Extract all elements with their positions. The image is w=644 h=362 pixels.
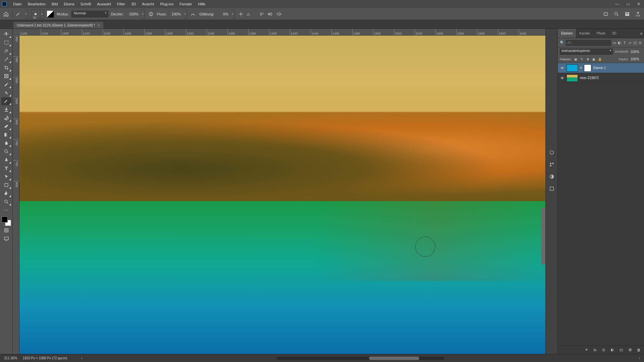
blend-mode-select[interactable]: Normal [71,11,108,17]
lock-position-icon[interactable]: ✥ [586,57,590,62]
layer-row[interactable]: 👁 river-219972 [558,73,644,83]
filter-type-icon[interactable]: T [623,40,627,46]
crop-tool[interactable] [1,64,11,72]
pressure-size-icon[interactable] [266,11,273,17]
layer-row[interactable]: 👁 ⧉ Ebene 1 [558,63,644,73]
layer-blend-mode[interactable]: Ineinanderkopieren [560,49,613,55]
layer-thumbnail[interactable] [567,74,578,82]
brush-panel-toggle[interactable] [47,10,54,18]
color-panel-icon[interactable] [549,149,555,156]
tool-preset-dropdown[interactable]: ▾ [24,9,28,19]
brush-preset-dropdown[interactable]: ▾ [40,9,44,19]
layer-name[interactable]: river-219972 [580,76,599,80]
menu-hilfe[interactable]: Hilfe [195,0,208,8]
visibility-icon[interactable]: 👁 [560,76,565,80]
new-group-icon[interactable]: 🗀 [619,347,624,353]
smoothing-options-icon[interactable] [237,11,244,17]
menu-ansicht[interactable]: Ansicht [139,0,157,8]
window-maximize[interactable]: ▭ [623,0,633,8]
mask-thumbnail[interactable] [584,64,591,72]
close-document-icon[interactable]: × [98,23,100,27]
flow-dropdown[interactable]: ▾ [183,9,187,19]
layer-fx-icon[interactable]: fx [592,347,598,353]
cloud-docs-icon[interactable] [602,11,609,17]
link-layers-icon[interactable]: ⚭ [584,347,589,353]
lasso-tool[interactable] [1,47,11,55]
symmetry-icon[interactable] [276,11,282,17]
new-layer-icon[interactable]: ⊞ [627,347,633,353]
brush-preview[interactable]: 31 [31,9,40,19]
foreground-color[interactable] [2,217,8,223]
ruler-origin[interactable] [13,29,19,36]
brush-tool[interactable] [1,97,11,105]
menu-datei[interactable]: Datei [10,0,25,8]
flow-input[interactable]: 100% [169,12,181,16]
type-tool[interactable] [1,164,11,172]
lock-all-icon[interactable]: 🔒 [598,57,602,62]
canvas[interactable] [19,36,545,354]
menu-filter[interactable]: Filter [114,0,128,8]
filter-adjust-icon[interactable]: ◐ [618,40,621,46]
menu-ebene[interactable]: Ebene [61,0,77,8]
window-close[interactable]: ✕ [633,0,644,8]
airbrush-icon[interactable] [190,11,197,17]
new-adjustment-icon[interactable]: ◐ [610,347,615,353]
filter-shape-icon[interactable]: ▱ [628,40,632,46]
angle-input[interactable]: 0° [252,12,264,16]
vertical-scrollbar[interactable] [541,207,545,265]
tab-3d[interactable]: 3D [609,29,620,38]
delete-layer-icon[interactable]: 🗑 [636,347,641,353]
gradient-tool[interactable] [1,131,11,139]
fill-value[interactable]: 100% [631,57,642,61]
quick-mask-toggle[interactable] [1,226,11,234]
tab-kanaele[interactable]: Kanäle [576,29,593,38]
menu-schrift[interactable]: Schrift [77,0,94,8]
menu-bild[interactable]: Bild [49,0,61,8]
tab-pfade[interactable]: Pfade [593,29,609,38]
blur-tool[interactable] [1,139,11,147]
wand-tool[interactable] [1,55,11,63]
add-mask-icon[interactable]: ◎ [601,347,606,353]
dodge-tool[interactable] [1,147,11,156]
menu-3d[interactable]: 3D [128,0,139,8]
filter-smart-icon[interactable]: ◫ [633,40,637,46]
horizontal-scrollbar-thumb[interactable] [369,357,419,360]
opacity-input[interactable]: 100% [127,12,139,16]
filter-toggle[interactable]: ⊙ [638,40,642,46]
hand-tool[interactable] [1,189,11,197]
marquee-tool[interactable] [1,39,11,47]
pen-tool[interactable] [1,156,11,164]
layer-filter-input[interactable] [566,40,611,46]
opacity-dropdown[interactable]: ▾ [141,9,145,19]
lock-pixels-icon[interactable]: ✎ [580,57,584,62]
lock-nested-icon[interactable]: ▣ [592,57,596,62]
brush-tool-icon[interactable] [15,11,22,17]
adjustments-panel-icon[interactable] [549,174,555,180]
ruler-horizontal[interactable]: 1160118012001220124012601280130013201340… [19,29,545,36]
layer-opacity-value[interactable]: 100% [631,50,642,54]
menu-plugins[interactable]: Plug-ins [157,0,176,8]
share-icon[interactable] [635,11,641,17]
zoom-value[interactable]: 311.36% [4,356,17,360]
healing-tool[interactable] [1,89,11,97]
eyedropper-tool[interactable] [1,80,11,88]
lock-transparency-icon[interactable]: ▦ [574,57,578,62]
history-brush-tool[interactable] [1,114,11,122]
document-tab[interactable]: Unbenannt-1 bei 311% (Ebene 1, Ebenenmas… [13,22,103,28]
menu-fenster[interactable]: Fenster [176,0,195,8]
search-icon[interactable] [613,11,620,17]
zoom-tool[interactable] [1,198,11,206]
visibility-icon[interactable]: 👁 [560,66,565,70]
menu-bearbeiten[interactable]: Bearbeiten [25,0,49,8]
move-tool[interactable] [1,30,11,38]
shape-tool[interactable] [1,181,11,189]
scroll-left-icon[interactable]: ‹ [81,356,82,360]
path-select-tool[interactable] [1,173,11,181]
smoothing-input[interactable]: 0% [217,12,228,16]
libraries-panel-icon[interactable] [549,186,555,192]
stamp-tool[interactable] [1,106,11,114]
menu-auswahl[interactable]: Auswahl [94,0,114,8]
pressure-opacity-icon[interactable] [148,11,154,17]
layer-name[interactable]: Ebene 1 [593,66,606,70]
eraser-tool[interactable] [1,122,11,130]
